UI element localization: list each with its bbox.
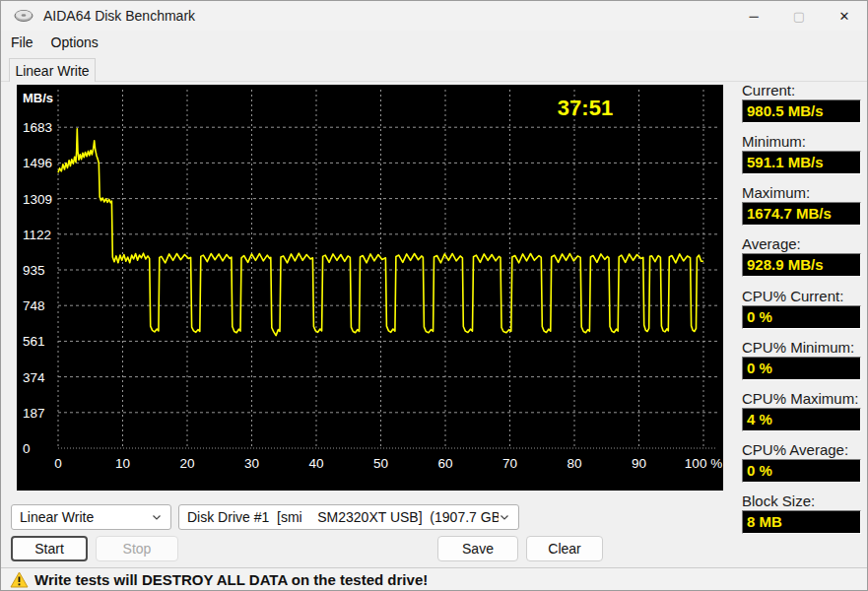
svg-text:50: 50 [373,456,388,471]
menu-options[interactable]: Options [42,33,107,52]
stat-minimum: Minimum: 591.1 MB/s [742,133,861,174]
disk-app-icon [14,8,35,24]
stat-value: 1674.7 MB/s [742,202,861,226]
svg-text:60: 60 [437,456,452,471]
save-button[interactable]: Save [437,536,518,561]
stat-value: 4 % [742,408,861,431]
test-type-value: Linear Write [20,509,151,525]
stat-maximum: Maximum: 1674.7 MB/s [742,184,861,226]
minimize-button[interactable]: ─ [731,1,776,31]
drive-value: Disk Drive #1 [smi SM2320XT USB] (1907.7… [187,509,499,525]
svg-text:70: 70 [502,456,517,471]
svg-text:935: 935 [23,263,45,278]
svg-text:MB/s: MB/s [23,91,53,105]
svg-text:80: 80 [567,456,581,471]
svg-text:1683: 1683 [23,120,52,135]
svg-text:187: 187 [23,406,45,421]
svg-text:0: 0 [23,441,31,456]
stat-label: Maximum: [742,184,861,202]
stat-label: Minimum: [742,133,861,151]
stat-label: CPU% Maximum: [742,390,861,408]
menu-bar: File Options [1,31,867,54]
tab-linear-write[interactable]: Linear Write [9,58,96,82]
app-window: AIDA64 Disk Benchmark ─ ▢ ✕ File Options… [0,0,868,591]
chevron-down-icon [151,511,163,523]
chevron-down-icon [499,511,510,523]
drive-select[interactable]: Disk Drive #1 [smi SM2320XT USB] (1907.7… [178,504,519,530]
svg-text:30: 30 [244,456,259,471]
warning-text: Write tests will DESTROY ALL DATA on the… [34,571,428,588]
start-button[interactable]: Start [11,536,88,561]
svg-text:20: 20 [179,456,194,471]
stats-sidebar: Current: 980.5 MB/s Minimum: 591.1 MB/s … [742,82,861,544]
test-type-select[interactable]: Linear Write [11,504,171,530]
svg-text:0: 0 [54,456,62,471]
stat-cpu-minimum: CPU% Minimum: 0 % [742,339,861,380]
svg-text:40: 40 [308,456,323,471]
maximize-button: ▢ [776,1,822,31]
svg-text:100 %: 100 % [685,456,722,471]
svg-text:37:51: 37:51 [558,96,613,120]
svg-text:10: 10 [115,456,130,471]
stat-label: Average: [742,235,861,253]
svg-text:374: 374 [23,370,45,385]
stat-label: CPU% Minimum: [742,339,861,357]
stat-label: CPU% Current: [742,288,861,305]
stat-block-size: Block Size: 8 MB [742,492,861,534]
warning-icon [10,571,29,588]
stat-value: 0 % [742,305,861,329]
warning-bar: Write tests will DESTROY ALL DATA on the… [1,567,868,591]
stat-current: Current: 980.5 MB/s [742,82,861,123]
svg-text:1309: 1309 [23,192,52,207]
stat-cpu-current: CPU% Current: 0 % [742,288,861,329]
stop-button: Stop [96,536,178,561]
clear-button[interactable]: Clear [526,536,603,561]
stat-cpu-maximum: CPU% Maximum: 4 % [742,390,861,431]
stat-value: 980.5 MB/s [742,99,861,123]
svg-text:748: 748 [23,298,45,313]
stat-value: 0 % [742,459,861,483]
stat-label: Block Size: [742,492,861,510]
svg-text:1496: 1496 [23,156,52,170]
stat-label: CPU% Average: [742,441,861,459]
menu-file[interactable]: File [2,33,42,52]
svg-text:1122: 1122 [23,228,51,242]
tabstrip-divider [1,81,868,82]
svg-text:561: 561 [23,334,45,349]
title-bar: AIDA64 Disk Benchmark ─ ▢ ✕ [1,1,867,31]
stat-label: Current: [742,82,861,99]
stat-value: 8 MB [742,510,861,534]
svg-text:90: 90 [632,456,646,471]
window-title: AIDA64 Disk Benchmark [43,8,195,24]
close-button[interactable]: ✕ [822,1,867,31]
stat-cpu-average: CPU% Average: 0 % [742,441,861,483]
stat-value: 928.9 MB/s [742,253,861,277]
stat-value: 0 % [742,357,861,380]
stat-average: Average: 928.9 MB/s [742,235,861,277]
benchmark-chart: MB/s018737456174893511221309149616830102… [17,85,723,491]
stat-value: 591.1 MB/s [742,151,861,174]
